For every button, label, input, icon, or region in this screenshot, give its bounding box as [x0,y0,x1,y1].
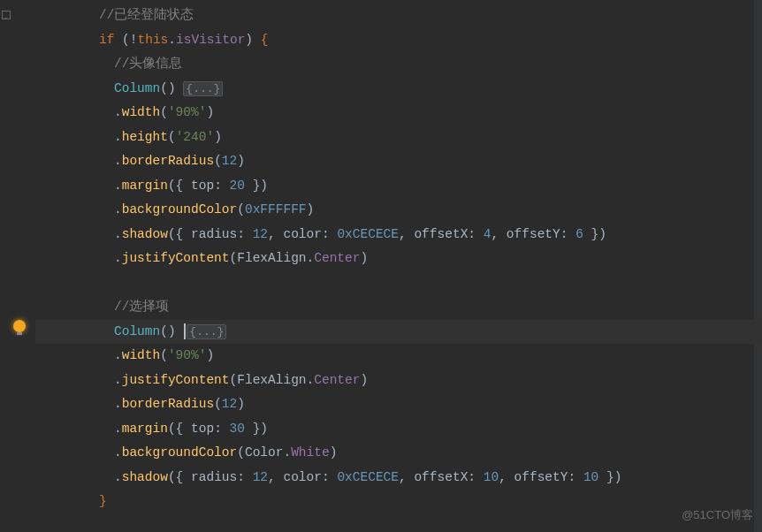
code-line: .shadow({ radius: 12, color: 0xCECECE, o… [35,223,762,247]
intention-bulb-icon[interactable] [13,320,26,332]
code-line: //头像信息 [35,52,762,77]
code-line: .width('90%') [35,344,762,369]
code-line: .margin({ top: 20 }) [35,174,762,199]
code-line: //选择项 [35,295,762,320]
code-line [35,271,762,296]
gutter [0,0,35,532]
comment: //已经登陆状态 [99,8,194,22]
code-line: .shadow({ radius: 12, color: 0xCECECE, o… [35,466,762,490]
code-line: .justifyContent(FlexAlign.Center) [35,247,762,271]
code-line-current: Column() {...} [35,320,762,345]
code-editor[interactable]: //已经登陆状态 if (!this.isVisitor) { //头像信息 C… [35,0,762,514]
fold-placeholder[interactable]: {...} [183,81,223,96]
code-line: Column() {...} [35,77,762,102]
fold-placeholder[interactable]: {...} [187,324,226,339]
code-line: .height('240') [35,125,762,150]
code-line: .justifyContent(FlexAlign.Center) [35,369,762,393]
code-line: .backgroundColor(Color.White) [35,441,762,466]
code-line: .width('90%') [35,101,762,125]
code-line: if (!this.isVisitor) { [35,28,762,53]
fold-toggle-icon[interactable] [2,11,11,19]
code-line: .margin({ top: 30 }) [35,417,762,442]
code-line: .borderRadius(12) [35,392,762,417]
code-line: .backgroundColor(0xFFFFFF) [35,198,762,223]
code-line: } [35,490,762,514]
code-line: //已经登陆状态 [35,4,762,28]
code-line: .borderRadius(12) [35,149,762,174]
watermark: @51CTO博客 [682,503,753,528]
